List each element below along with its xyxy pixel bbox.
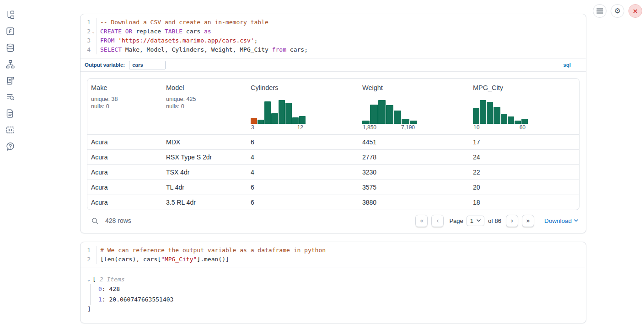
- python-code-editor[interactable]: 1# We can reference the output variable …: [80, 242, 586, 268]
- table-row[interactable]: Acura3.5 RL 4dr6388018: [87, 195, 579, 210]
- database-icon: [5, 43, 15, 53]
- language-badge[interactable]: sql: [563, 62, 571, 68]
- page-select[interactable]: 1: [467, 216, 484, 226]
- histogram-bar[interactable]: [508, 116, 514, 124]
- histogram-bar[interactable]: [362, 121, 370, 124]
- pagination: « ‹ Page 1 of 86 › » Download: [415, 215, 578, 227]
- download-label: Download: [544, 217, 572, 224]
- code-line: 2⌄CREATE OR replace TABLE cars as: [82, 27, 586, 36]
- sidebar-item-help[interactable]: [5, 142, 15, 151]
- tree-entry-key: 1: [98, 296, 102, 303]
- sidebar-item-datasources[interactable]: [5, 43, 15, 53]
- histogram-bar[interactable]: [521, 119, 528, 124]
- code-token: [len(cars), cars[: [100, 256, 161, 263]
- histogram-bar[interactable]: [386, 105, 393, 124]
- histogram-bar[interactable]: [487, 102, 493, 124]
- prev-page-button[interactable]: ‹: [431, 215, 444, 227]
- table-cell: 6: [247, 199, 359, 206]
- table-cell: 24: [469, 153, 579, 161]
- chevron-down-icon: [477, 219, 481, 222]
- column-header-make[interactable]: Make unique: 38 nulls: 0: [87, 79, 162, 134]
- code-token: Make, Model, Cylinders, Weight, MPG_City: [122, 46, 272, 53]
- table-row[interactable]: AcuraMDX6445117: [87, 134, 579, 149]
- stat-unique: unique: 38: [91, 95, 159, 103]
- histogram-bar[interactable]: [480, 100, 486, 124]
- first-page-button[interactable]: «: [415, 215, 428, 227]
- sidebar-item-scratchpad[interactable]: [5, 76, 15, 85]
- close-app-button[interactable]: ×: [628, 4, 642, 18]
- histogram-bar[interactable]: [473, 108, 479, 124]
- open-bracket: [: [92, 275, 96, 284]
- sidebar-item-logs[interactable]: [5, 92, 15, 102]
- fold-icon[interactable]: ⌄: [91, 27, 96, 36]
- histogram-bar[interactable]: [501, 114, 507, 124]
- column-header-model[interactable]: Model unique: 425 nulls: 0: [162, 79, 247, 134]
- table-cell: 4: [247, 169, 359, 176]
- histogram-bar[interactable]: [410, 121, 417, 124]
- table-cell: 3575: [359, 184, 469, 191]
- table-cell: 3.5 RL 4dr: [162, 199, 247, 206]
- table-search-button[interactable]: [91, 217, 99, 225]
- close-bracket: ]: [87, 305, 579, 314]
- sidebar: [0, 0, 20, 151]
- column-name: Model: [166, 84, 243, 91]
- tree-entry-colon: :: [102, 296, 109, 303]
- column-header-mpg-city[interactable]: MPG_City 10 60: [469, 79, 579, 134]
- histogram-bar[interactable]: [264, 101, 271, 124]
- histogram-bar[interactable]: [285, 103, 292, 124]
- histogram-bar[interactable]: [258, 120, 264, 124]
- code-text: -- Download a CSV and create an in-memor…: [96, 18, 586, 27]
- histogram-bar[interactable]: [292, 117, 299, 124]
- table-cell: Acura: [87, 153, 162, 161]
- histogram-bar[interactable]: [299, 116, 306, 124]
- histogram-bar[interactable]: [515, 121, 521, 124]
- column-header-weight[interactable]: Weight 1,850 7,190: [359, 79, 469, 134]
- table-row[interactable]: AcuraRSX Type S 2dr4277824: [87, 149, 579, 164]
- sidebar-item-snippets[interactable]: [5, 125, 15, 135]
- gutter-spacer: [91, 18, 96, 27]
- code-line: 3FROM 'https://datasets.marimo.app/cars.…: [82, 36, 586, 45]
- table-cell: MDX: [162, 138, 247, 146]
- collapse-icon[interactable]: ⌄: [87, 275, 90, 284]
- histogram-bar[interactable]: [494, 107, 500, 124]
- table-cell: Acura: [87, 138, 162, 146]
- sql-cell: 1-- Download a CSV and create an in-memo…: [80, 14, 586, 233]
- histogram-bar[interactable]: [279, 100, 285, 124]
- table-body: AcuraMDX6445117AcuraRSX Type S 2dr427782…: [87, 134, 579, 210]
- axis-min-label: 3: [251, 124, 254, 132]
- next-page-button[interactable]: ›: [506, 215, 518, 227]
- page-label: Page: [449, 217, 463, 224]
- histogram-bar[interactable]: [394, 111, 401, 124]
- output-variable-label: Output variable:: [85, 62, 125, 68]
- histogram-bar[interactable]: [402, 119, 409, 124]
- histogram-bar[interactable]: [251, 118, 257, 124]
- histogram-bar[interactable]: [378, 100, 386, 124]
- sidebar-item-functions[interactable]: [5, 26, 15, 36]
- table-cell: 3880: [359, 199, 469, 206]
- total-pages-label: of 86: [488, 217, 501, 224]
- output-variable-input[interactable]: [129, 61, 166, 69]
- sidebar-item-dependency-graph[interactable]: [5, 59, 15, 69]
- histogram-bar[interactable]: [271, 113, 278, 124]
- column-header-cylinders[interactable]: Cylinders 3 12: [247, 79, 359, 134]
- first-page-icon: «: [420, 217, 424, 224]
- code-token: FROM: [100, 37, 114, 44]
- table-cell: TL 4dr: [162, 184, 247, 191]
- tree-entry-value: 20.060747663551403: [109, 296, 173, 303]
- hamburger-menu-icon: [596, 8, 603, 14]
- last-page-button[interactable]: »: [522, 215, 534, 227]
- sidebar-item-file-explorer[interactable]: [5, 10, 15, 20]
- table-row[interactable]: AcuraTL 4dr6357520: [87, 180, 579, 195]
- dependency-graph-icon: [5, 59, 15, 69]
- download-button[interactable]: Download: [544, 217, 578, 224]
- menu-button[interactable]: [593, 4, 606, 18]
- column-name: Make: [91, 84, 159, 91]
- table-cell: RSX Type S 2dr: [162, 153, 247, 161]
- tree-entry-value: 428: [109, 285, 119, 292]
- sidebar-item-documentation[interactable]: [5, 109, 15, 118]
- sql-code-editor[interactable]: 1-- Download a CSV and create an in-memo…: [80, 14, 586, 58]
- settings-button[interactable]: ⚙: [611, 4, 624, 18]
- table-row[interactable]: AcuraTSX 4dr4323022: [87, 164, 579, 180]
- histogram-bar[interactable]: [370, 105, 377, 124]
- table-cell: 6: [247, 138, 359, 146]
